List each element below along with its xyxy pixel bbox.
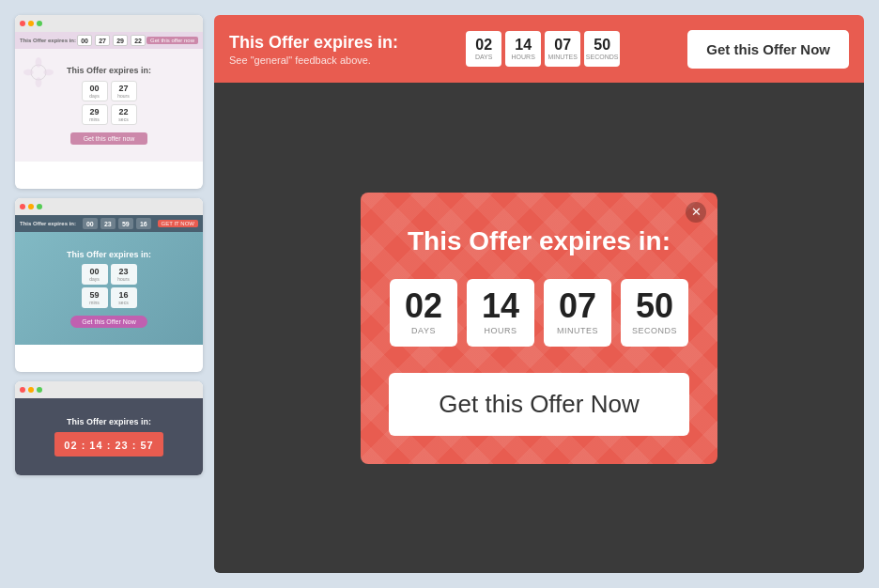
card1-header-times: 00 27 29 22: [77, 35, 146, 46]
top-days-num: 02: [475, 38, 492, 53]
card2-seconds-num: 16: [118, 290, 128, 300]
sidebar-card-3: This Offer expires in: 02 : 14 : 23 : 57: [15, 381, 203, 475]
top-hours-label: HOURS: [512, 54, 535, 60]
card3-timer-text: 02 : 14 : 23 : 57: [64, 440, 153, 451]
card2-header-box-h: 23: [100, 218, 116, 229]
dot-red-3: [20, 387, 25, 393]
card2-days-label: days: [89, 276, 100, 282]
card2-seconds-box: 16 secs: [111, 287, 137, 308]
popup-days-num: 02: [405, 289, 442, 323]
top-minutes-label: MINUTES: [547, 54, 578, 60]
main-container: This Offer expires in: 00 27 29 22 Get t…: [0, 0, 879, 588]
top-bar-cta-button[interactable]: Get this Offer Now: [687, 30, 849, 69]
dot-yellow-2: [28, 204, 34, 209]
top-hours-num: 14: [515, 38, 532, 53]
dot-red-1: [20, 21, 25, 26]
card2-minutes-num: 59: [89, 290, 99, 300]
dot-green-1: [37, 21, 42, 26]
svg-point-3: [23, 70, 34, 76]
card3-body: This Offer expires in: 02 : 14 : 23 : 57: [15, 398, 203, 475]
top-bar-countdown: 02 DAYS 14 HOURS 07 MINUTES 50 SECONDS: [466, 31, 620, 67]
card1-hours-num: 27: [118, 84, 128, 93]
popup-days-label: DAYS: [411, 326, 436, 335]
sidebar-card-2: This Offer expires in: 00 23 59 16 GET I…: [15, 198, 203, 372]
top-bar: This Offer expires in: See "general" fee…: [214, 15, 864, 83]
card2-cta-button[interactable]: Get this Offer Now: [70, 316, 146, 328]
popup-seconds-label: SECONDS: [632, 326, 677, 335]
card2-hours-box: 23 hours: [111, 264, 137, 285]
card1-header-box-d: 00: [77, 35, 92, 46]
main-area: This Offer expires in: See "general" fee…: [214, 15, 864, 573]
card2-popup-title: This Offer expires in:: [67, 250, 151, 259]
popup-days-box: 02 DAYS: [390, 279, 457, 347]
card1-header: This Offer expires in: 00 27 29 22 Get t…: [15, 32, 203, 49]
sidebar: This Offer expires in: 00 27 29 22 Get t…: [15, 15, 203, 573]
card1-cta-button[interactable]: Get this offer now: [70, 132, 148, 145]
sidebar-card-1: This Offer expires in: 00 27 29 22 Get t…: [15, 15, 203, 189]
svg-point-2: [36, 77, 42, 87]
top-hours-box: 14 HOURS: [505, 31, 541, 67]
card2-header-box-m: 59: [118, 218, 133, 229]
card2-countdown: 00 days 23 hours 59 mins 16 secs: [82, 264, 137, 308]
card1-hours-label: hours: [117, 93, 130, 99]
card1-days-label: days: [89, 93, 100, 99]
card1-countdown: 00 days 27 hours 29 mins 22 secs: [82, 81, 137, 125]
popup-hours-box: 14 HOURS: [467, 279, 534, 347]
card2-header-times: 00 23 59 16: [83, 218, 151, 229]
popup-card: ✕ This Offer expires in: 02 DAYS 14 HOUR…: [361, 193, 717, 464]
top-seconds-num: 50: [594, 38, 610, 53]
card3-timer-bar: 02 : 14 : 23 : 57: [54, 432, 162, 456]
top-bar-subtitle: See "general" feedback above.: [229, 54, 398, 66]
card1-minutes-label: mins: [89, 116, 100, 122]
card2-seconds-label: secs: [118, 300, 128, 305]
card1-minutes-num: 29: [89, 107, 99, 116]
card1-header-cta[interactable]: Get this offer now: [146, 37, 198, 44]
card2-header-box-s: 16: [136, 218, 151, 229]
card1-minutes-box: 29 mins: [82, 104, 108, 125]
card1-header-box-h: 27: [95, 35, 110, 46]
card1-seconds-num: 22: [118, 107, 128, 116]
dot-green-2: [37, 204, 42, 209]
card2-days-box: 00 days: [82, 264, 108, 285]
popup-countdown: 02 DAYS 14 HOURS 07 MINUTES 50 SECONDS: [390, 279, 688, 347]
card2-body: This Offer expires in: 00 days 23 hours …: [15, 232, 203, 345]
card1-header-title: This Offer expires in:: [20, 38, 76, 43]
card1-popup-title: This Offer expires in:: [67, 66, 151, 75]
card2-minutes-label: mins: [89, 300, 100, 305]
card2-hours-label: hours: [117, 276, 130, 282]
popup-title: This Offer expires in:: [408, 226, 671, 256]
svg-point-1: [36, 57, 42, 68]
top-seconds-label: SECONDS: [586, 54, 619, 60]
card1-titlebar: [15, 15, 203, 32]
card2-days-num: 00: [89, 267, 99, 276]
dot-green-3: [37, 387, 42, 393]
top-bar-title: This Offer expires in:: [229, 33, 398, 53]
content-area: ✕ This Offer expires in: 02 DAYS 14 HOUR…: [214, 83, 864, 573]
card2-header-cta[interactable]: GET IT NOW: [158, 220, 198, 227]
card2-titlebar: [15, 198, 203, 215]
top-seconds-box: 50 SECONDS: [584, 31, 620, 67]
top-days-box: 02 DAYS: [466, 31, 501, 67]
card1-days-box: 00 days: [82, 81, 108, 101]
top-bar-left: This Offer expires in: See "general" fee…: [229, 33, 398, 66]
popup-close-button[interactable]: ✕: [686, 202, 706, 223]
card2-header-box-d: 00: [83, 218, 98, 229]
card1-days-num: 00: [89, 84, 99, 93]
card1-body: This Offer expires in: 00 days 27 hours …: [15, 49, 203, 162]
card2-header: This Offer expires in: 00 23 59 16 GET I…: [15, 215, 203, 232]
dot-red-2: [20, 204, 25, 209]
card1-seconds-label: secs: [118, 116, 128, 122]
dot-yellow-1: [28, 21, 34, 26]
top-minutes-num: 07: [554, 38, 571, 53]
card1-header-box-s: 22: [131, 35, 146, 46]
svg-point-4: [43, 70, 54, 76]
top-days-label: DAYS: [475, 54, 493, 60]
card1-seconds-box: 22 secs: [111, 104, 137, 125]
card2-minutes-box: 59 mins: [82, 287, 108, 308]
card3-titlebar: [15, 381, 203, 398]
popup-seconds-num: 50: [636, 289, 673, 323]
card2-hours-num: 23: [118, 267, 128, 276]
popup-cta-button[interactable]: Get this Offer Now: [389, 373, 689, 436]
card1-hours-box: 27 hours: [111, 81, 137, 101]
popup-hours-num: 14: [482, 289, 519, 323]
